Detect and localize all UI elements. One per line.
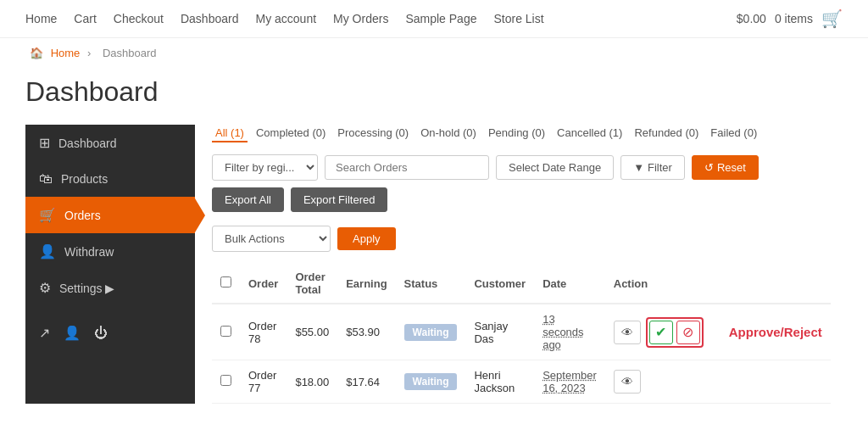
- order-link-0[interactable]: Order 78: [248, 320, 276, 345]
- sidebar-item-withdraw[interactable]: 👤 Withdraw: [25, 233, 195, 270]
- row-checkbox-0[interactable]: [220, 326, 231, 337]
- search-input[interactable]: [325, 155, 489, 180]
- sidebar-bottom: ↗ 👤 ⏻: [25, 315, 195, 351]
- sidebar-item-orders[interactable]: 🛒 Orders: [25, 197, 195, 233]
- reject-button-0[interactable]: ⊘: [676, 321, 700, 344]
- nav-my-account[interactable]: My account: [255, 12, 316, 25]
- cart-icon[interactable]: 🛒: [821, 8, 843, 29]
- col-order: Order: [240, 264, 287, 304]
- nav-home[interactable]: Home: [25, 12, 57, 25]
- cart-items: 0 items: [775, 12, 813, 25]
- filter-icon: ▼: [633, 161, 644, 174]
- table-row: Order 78 $55.00 $53.90 Waiting Sanjay Da…: [212, 304, 831, 360]
- row-checkbox-1[interactable]: [220, 375, 231, 386]
- sidebar: ⊞ Dashboard 🛍 Products 🛒 Orders 👤 Withdr…: [25, 125, 195, 404]
- tab-on-hold[interactable]: On-hold (0): [417, 125, 480, 142]
- order-total-0: $55.00: [287, 304, 337, 360]
- col-status: Status: [396, 264, 466, 304]
- date-range-button[interactable]: Select Date Range: [496, 155, 614, 180]
- view-button-1[interactable]: 👁: [614, 370, 641, 394]
- apply-button[interactable]: Apply: [337, 227, 396, 250]
- nav-checkout[interactable]: Checkout: [114, 12, 164, 25]
- breadcrumb-separator: ›: [87, 47, 91, 59]
- action-btns-0: 👁 ✔ ⊘: [614, 317, 704, 348]
- top-navigation: Home Cart Checkout Dashboard My account …: [0, 0, 868, 38]
- select-all-checkbox[interactable]: [220, 276, 231, 287]
- products-icon: 🛍: [39, 171, 53, 187]
- sidebar-item-dashboard-label: Dashboard: [58, 137, 117, 150]
- sidebar-item-products-label: Products: [61, 172, 108, 186]
- status-badge-0: Waiting: [404, 324, 458, 341]
- nav-store-list[interactable]: Store List: [493, 12, 543, 25]
- tab-all[interactable]: All (1): [212, 125, 248, 142]
- col-approve-reject: [712, 264, 831, 304]
- view-button-0[interactable]: 👁: [614, 321, 641, 344]
- approve-reject-label: Approve/Reject: [729, 325, 822, 339]
- order-total-1: $18.00: [287, 360, 337, 404]
- sidebar-item-dashboard[interactable]: ⊞ Dashboard: [25, 125, 195, 161]
- date-0[interactable]: 13 seconds ago: [542, 313, 583, 351]
- reset-icon: ↺: [704, 161, 714, 174]
- cart-price: $0.00: [737, 12, 766, 25]
- user-icon[interactable]: 👤: [64, 325, 81, 341]
- sidebar-item-products[interactable]: 🛍 Products: [25, 161, 195, 197]
- power-icon[interactable]: ⏻: [94, 326, 108, 341]
- region-filter[interactable]: Filter by regi...: [212, 154, 318, 181]
- sidebar-item-orders-label: Orders: [64, 209, 101, 222]
- approve-reject-group: ✔ ⊘: [646, 317, 704, 348]
- tab-refunded[interactable]: Refunded (0): [631, 125, 702, 142]
- cart-info: $0.00 0 items 🛒: [737, 8, 843, 29]
- bulk-actions-select[interactable]: Bulk Actions: [212, 226, 331, 252]
- filter-button[interactable]: ▼ Filter: [620, 155, 685, 180]
- tab-processing[interactable]: Processing (0): [334, 125, 412, 142]
- export-filtered-button[interactable]: Export Filtered: [291, 187, 388, 212]
- settings-icon: ⚙: [39, 280, 51, 296]
- breadcrumb: 🏠 Home › Dashboard: [0, 38, 868, 68]
- tab-pending[interactable]: Pending (0): [485, 125, 548, 142]
- date-1[interactable]: September 16, 2023: [542, 369, 597, 394]
- sidebar-item-withdraw-label: Withdraw: [64, 245, 114, 259]
- breadcrumb-current: Dashboard: [103, 47, 157, 59]
- bulk-actions-bar: Bulk Actions Apply: [212, 226, 831, 252]
- nav-my-orders[interactable]: My Orders: [333, 12, 388, 25]
- tab-cancelled[interactable]: Cancelled (1): [554, 125, 626, 142]
- breadcrumb-home-link[interactable]: Home: [51, 47, 81, 59]
- col-order-total: Order Total: [287, 264, 337, 304]
- nav-cart[interactable]: Cart: [74, 12, 96, 25]
- exit-icon[interactable]: ↗: [39, 325, 50, 341]
- export-all-button[interactable]: Export All: [212, 187, 284, 212]
- reset-button[interactable]: ↺ Reset: [692, 155, 759, 180]
- col-earning: Earning: [337, 264, 395, 304]
- sidebar-item-settings-label: Settings ▶: [59, 282, 114, 295]
- earning-0: $53.90: [337, 304, 395, 360]
- orders-table: Order Order Total Earning Status Custome…: [212, 264, 831, 404]
- tab-completed[interactable]: Completed (0): [253, 125, 329, 142]
- col-checkbox: [212, 264, 240, 304]
- main-layout: ⊞ Dashboard 🛍 Products 🛒 Orders 👤 Withdr…: [0, 125, 868, 404]
- tab-failed[interactable]: Failed (0): [707, 125, 760, 142]
- earning-1: $17.64: [337, 360, 395, 404]
- status-badge-1: Waiting: [404, 373, 458, 390]
- page-title: Dashboard: [0, 68, 868, 125]
- table-row: Order 77 $18.00 $17.64 Waiting Henri Jac…: [212, 360, 831, 404]
- orders-icon: 🛒: [39, 207, 56, 223]
- col-date: Date: [534, 264, 605, 304]
- filter-bar: Filter by regi... Select Date Range ▼ Fi…: [212, 154, 831, 212]
- action-btns-1: 👁: [614, 370, 704, 394]
- nav-dashboard[interactable]: Dashboard: [181, 12, 239, 25]
- nav-sample-page[interactable]: Sample Page: [405, 12, 476, 25]
- status-tabs: All (1) Completed (0) Processing (0) On-…: [212, 125, 831, 142]
- order-link-1[interactable]: Order 77: [248, 369, 276, 394]
- content-area: All (1) Completed (0) Processing (0) On-…: [195, 125, 848, 404]
- withdraw-icon: 👤: [39, 243, 56, 260]
- approve-button-0[interactable]: ✔: [649, 321, 673, 344]
- col-customer: Customer: [465, 264, 534, 304]
- customer-0: Sanjay Das: [465, 304, 534, 360]
- dashboard-icon: ⊞: [39, 135, 50, 151]
- sidebar-item-settings[interactable]: ⚙ Settings ▶: [25, 270, 195, 306]
- customer-1: Henri Jackson: [465, 360, 534, 404]
- col-action: Action: [605, 264, 712, 304]
- breadcrumb-home-icon: 🏠: [30, 47, 43, 59]
